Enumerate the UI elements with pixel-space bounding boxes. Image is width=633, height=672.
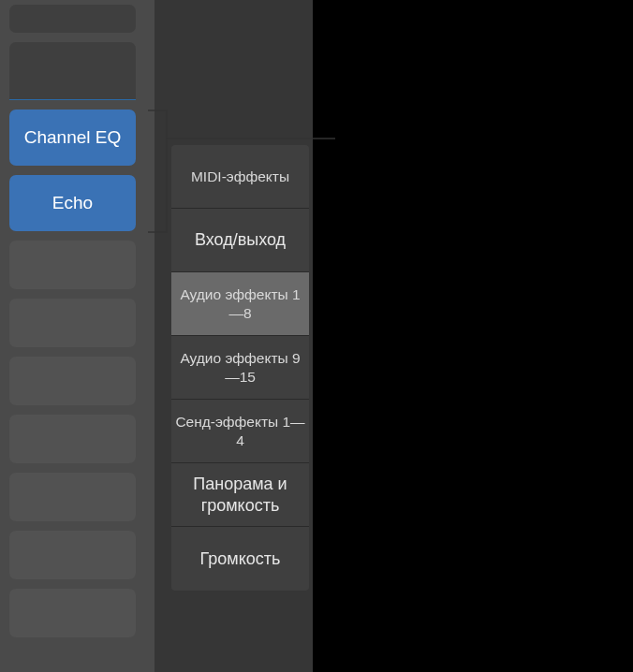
plugin-slot-channel-eq[interactable]: Channel EQ — [9, 110, 136, 166]
plugin-slot-echo[interactable]: Echo — [9, 175, 136, 231]
menu-item-audio-fx-9-15[interactable]: Аудио эффекты 9—15 — [171, 336, 309, 400]
menu-item-label: Аудио эффекты 1—8 — [175, 285, 305, 322]
menu-item-pan-volume[interactable]: Панорама и громкость — [171, 463, 309, 527]
menu-item-label: Вход/выход — [195, 229, 286, 251]
plugin-label: Channel EQ — [24, 127, 122, 148]
menu-item-midi-effects[interactable]: MIDI-эффекты — [171, 145, 309, 209]
slot-empty-6[interactable] — [9, 415, 136, 463]
slot-empty-1[interactable] — [9, 5, 136, 33]
slot-empty-9[interactable] — [9, 589, 136, 637]
slot-empty-3[interactable] — [9, 241, 136, 289]
slot-empty-5[interactable] — [9, 357, 136, 405]
context-menu: MIDI-эффекты Вход/выход Аудио эффекты 1—… — [171, 145, 309, 591]
plugin-label: Echo — [52, 193, 93, 213]
menu-item-audio-fx-1-8[interactable]: Аудио эффекты 1—8 — [171, 272, 309, 336]
menu-item-label: Сенд-эффекты 1—4 — [175, 413, 305, 449]
menu-item-label: Панорама и громкость — [175, 474, 305, 516]
slot-empty-8[interactable] — [9, 531, 136, 579]
slot-empty-7[interactable] — [9, 473, 136, 521]
menu-item-io[interactable]: Вход/выход — [171, 209, 309, 272]
slot-empty-4[interactable] — [9, 299, 136, 347]
menu-item-volume[interactable]: Громкость — [171, 527, 309, 591]
channel-strip: Channel EQ Echo — [0, 0, 155, 672]
menu-item-send-fx-1-4[interactable]: Сенд-эффекты 1—4 — [171, 400, 309, 463]
menu-item-label: Громкость — [200, 548, 281, 570]
menu-item-label: MIDI-эффекты — [191, 168, 289, 185]
slot-empty-2[interactable] — [9, 42, 136, 100]
menu-item-label: Аудио эффекты 9—15 — [175, 349, 305, 386]
